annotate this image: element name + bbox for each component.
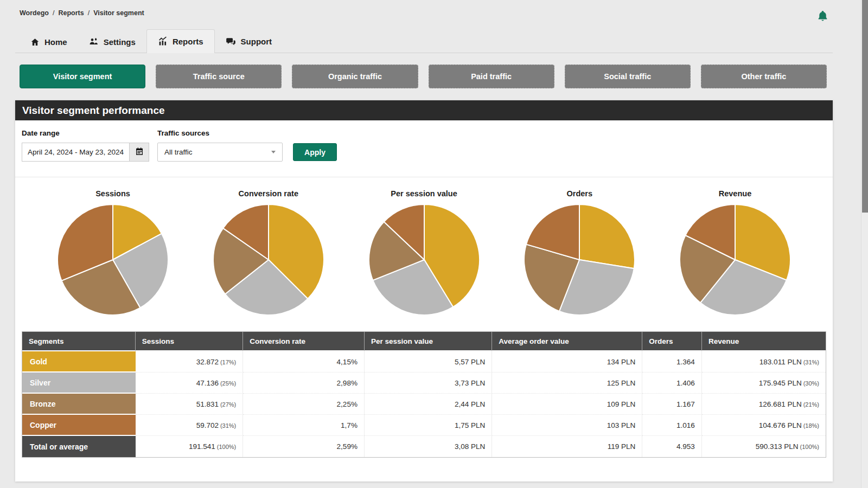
column-header-revenue: Revenue [702,332,826,351]
revenue-cell: 126.681 PLN(21%) [702,394,826,415]
percent: (18%) [803,422,819,429]
conversion-rate-cell: 4,15% [243,351,365,373]
conversion-rate-cell: 1,7% [243,415,365,436]
report-nav: Visitor segment Traffic source Organic t… [20,65,827,88]
tab-reports[interactable]: Reports [146,29,215,53]
traffic-sources-select[interactable]: All traffic [157,143,283,162]
chart-title: Orders [566,189,592,198]
tab-settings[interactable]: Settings [78,30,146,53]
segments-table: Segments Sessions Conversion rate Per se… [22,331,826,458]
pie-chart-revenue [678,203,792,317]
visitor-segment-panel: Visitor segment performance Date range T… [15,100,833,481]
notification-bell-icon[interactable] [816,10,829,24]
chart-title: Revenue [719,189,751,198]
chart-box-orders: Orders [508,189,651,317]
percent: (31%) [803,359,819,365]
segment-cell: Bronze [22,394,136,415]
table-row-total: Total or average 191.541(100%) 2,59% 3,0… [22,436,826,457]
table-row-bronze: Bronze 51.831(27%) 2,25% 2,44 PLN 109 PL… [22,394,826,415]
chart-title: Sessions [95,189,130,198]
tab-support[interactable]: Support [215,30,283,53]
per-session-value-cell: 5,57 PLN [365,351,492,373]
value: 51.831 [196,400,219,408]
breadcrumb-separator: / [53,9,54,17]
conversion-rate-cell: 2,25% [243,394,365,415]
traffic-sources-value: All traffic [164,148,193,156]
conversion-rate-cell: 2,59% [243,436,365,457]
orders-cell: 1.016 [642,415,702,436]
segment-cell: Copper [22,415,136,436]
average-order-value-cell: 134 PLN [492,351,642,373]
date-range-label: Date range [22,129,60,137]
chat-icon [226,36,236,47]
value: 183.011 PLN [760,358,802,366]
percent: (25%) [220,380,236,387]
chart-box-sessions: Sessions [41,189,184,317]
scrollbar-thumb[interactable] [862,0,868,213]
percent: (27%) [220,401,236,408]
chart-title: Conversion rate [239,189,298,198]
sessions-cell: 191.541(100%) [136,436,243,457]
report-button-organic-traffic[interactable]: Organic traffic [292,65,418,88]
revenue-cell: 183.011 PLN(31%) [702,351,826,373]
table-row-copper: Copper 59.702(31%) 1,7% 1,75 PLN 103 PLN… [22,415,826,436]
column-header-per-session-value: Per session value [365,332,492,351]
average-order-value-cell: 119 PLN [492,436,642,457]
segment-cell: Gold [22,351,136,373]
orders-cell: 1.167 [642,394,702,415]
tab-label: Settings [104,37,136,47]
percent: (100%) [800,444,819,450]
pie-chart-sessions [56,203,170,317]
chart-box-conversion-rate: Conversion rate [197,189,340,317]
table-row-gold: Gold 32.872(17%) 4,15% 5,57 PLN 134 PLN … [22,351,826,373]
filters-bar: Date range Traffic sources All traffic A… [15,120,833,177]
per-session-value-cell: 2,44 PLN [365,394,492,415]
report-button-traffic-source[interactable]: Traffic source [156,65,282,88]
column-header-average-order-value: Average order value [492,332,642,351]
tab-label: Support [241,37,272,46]
value: 175.945 PLN [759,379,802,387]
tab-home[interactable]: Home [20,31,78,53]
calendar-icon [135,147,144,158]
per-session-value-cell: 3,73 PLN [365,373,492,394]
percent: (30%) [803,380,819,387]
percent: (17%) [220,359,236,365]
column-header-orders: Orders [642,332,702,351]
calendar-button[interactable] [129,143,149,162]
table-header-row: Segments Sessions Conversion rate Per se… [22,332,826,351]
report-button-other-traffic[interactable]: Other traffic [701,65,827,88]
date-range-input[interactable] [22,143,129,162]
average-order-value-cell: 109 PLN [492,394,642,415]
breadcrumb-item-reports[interactable]: Reports [58,9,84,17]
sessions-cell: 51.831(27%) [136,394,243,415]
average-order-value-cell: 103 PLN [492,415,642,436]
column-header-sessions: Sessions [136,332,243,351]
column-header-segments: Segments [22,332,136,351]
pie-chart-conversion-rate [212,203,326,317]
report-button-visitor-segment[interactable]: Visitor segment [20,65,145,88]
report-button-social-traffic[interactable]: Social traffic [565,65,691,88]
orders-cell: 1.406 [642,373,702,394]
average-order-value-cell: 125 PLN [492,373,642,394]
value: 104.676 PLN [759,421,802,429]
report-button-paid-traffic[interactable]: Paid traffic [429,65,554,88]
value: 590.313 PLN [756,442,799,451]
chart-box-per-session-value: Per session value [353,189,496,317]
breadcrumb-separator: / [88,9,90,17]
users-gear-icon [89,37,99,47]
segment-cell: Total or average [22,436,136,457]
panel-title: Visitor segment performance [15,100,833,120]
chart-title: Per session value [391,189,457,198]
value: 191.541 [189,442,215,451]
value: 47.136 [196,379,219,387]
tab-label: Reports [173,37,203,46]
main-tab-bar: Home Settings Reports [15,29,833,53]
per-session-value-cell: 1,75 PLN [365,415,492,436]
vertical-scrollbar[interactable] [861,0,868,488]
revenue-cell: 175.945 PLN(30%) [702,373,826,394]
breadcrumb-item-wordego[interactable]: Wordego [20,9,49,17]
chevron-down-icon [271,151,276,153]
breadcrumb-item-visitor-segment[interactable]: Visitor segment [93,9,144,17]
apply-button[interactable]: Apply [293,143,337,161]
orders-cell: 1.364 [642,351,702,373]
